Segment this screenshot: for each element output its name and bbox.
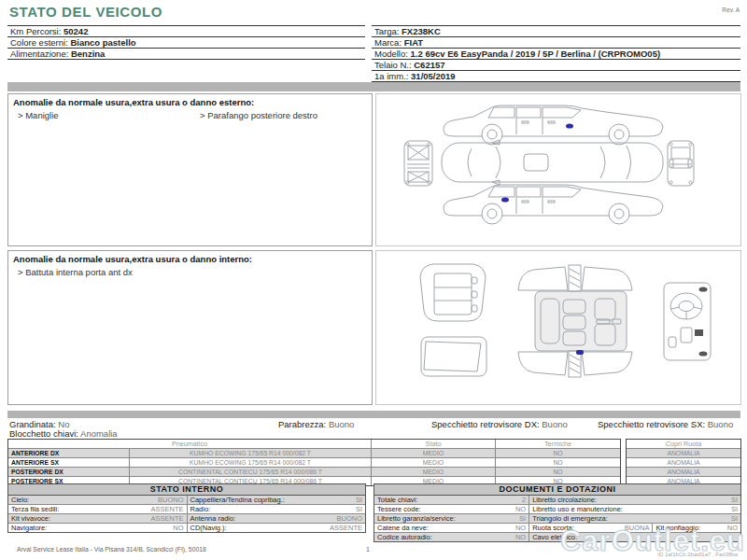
targa-value: FX238KC: [402, 26, 441, 36]
specchietto-sx-status: Specchietto retrovisore SX: Buono: [598, 419, 733, 429]
info-row-marca: Marca: FIAT: [372, 37, 740, 49]
car-front-view: [404, 141, 432, 186]
imm-value: 31/05/2019: [411, 71, 456, 81]
info-row-alimentazione: Alimentazione: Benzina: [7, 49, 365, 60]
colore-label: Colore esterni:: [10, 37, 70, 48]
info-row-modello: Modello: 1.2 69cv E6 EasyPanda / 2019 / …: [372, 49, 740, 60]
tyre-termiche: NO: [496, 449, 620, 458]
car-rear-view: [668, 141, 694, 186]
km-value: 50242: [63, 26, 88, 36]
tyres-header-pneumatico: Pneumatico: [8, 440, 372, 449]
cell-catene-neve: Catene da neve:NO: [374, 524, 529, 532]
page-title: STATO DEL VEICOLO: [9, 4, 162, 20]
info-row-targa: Targa: FX238KC: [372, 26, 740, 37]
interior-anomalies-panel: Anomalie da normale usura,extra usura o …: [7, 250, 373, 405]
blocchetto-chiavi-status: Blocchetto chiavi: Anomalia: [9, 428, 118, 439]
cell-codice-autoradio: Codice autoradio:NO: [374, 533, 529, 541]
alimentazione-label: Alimentazione:: [10, 49, 71, 59]
interior-anomaly-item: > Battuta interna porta ant dx: [18, 267, 133, 277]
targa-label: Targa:: [374, 26, 402, 36]
specchietto-sx-value: Buono: [708, 419, 733, 429]
tyre-spec: KUMHO ECOWING 175/65 R14 000/082 T: [130, 449, 372, 458]
modello-label: Modello:: [374, 49, 411, 59]
caroutlet-watermark: CarOutlet.eu: [560, 525, 745, 558]
tyre-stato: MEDIO: [372, 449, 496, 458]
blocchetto-label: Blocchetto chiavi:: [9, 428, 80, 439]
cell-totale-chiavi: Totale chiavi:2: [374, 496, 529, 504]
exterior-anomaly-item: > Parafango posteriore destro: [200, 110, 317, 120]
alimentazione-value: Benzina: [71, 49, 105, 59]
roof-lining-view: [421, 337, 486, 376]
table-row: Navigatore:NO CD(Navig.):ASSENTE: [8, 524, 365, 532]
car-side-view-right: [444, 105, 663, 145]
tyre-stato: MEDIO: [372, 458, 496, 468]
cell-radio: Radio:SI: [188, 505, 366, 513]
blocchetto-value: Anomalia: [80, 428, 118, 439]
specchietto-dx-value: Buono: [542, 419, 567, 429]
telaio-label: Telaio N.:: [374, 60, 414, 70]
car-top-view: [442, 140, 663, 185]
interior-anomalies-heading: Anomalie da normale usura,extra usura o …: [13, 254, 252, 264]
stato-interno-title: STATO INTERNO: [8, 484, 365, 496]
cabin-plan-view: [518, 265, 632, 377]
damage-marker: [501, 197, 509, 202]
footer-page-number: 1: [366, 546, 370, 553]
section-divider-bar: [7, 411, 740, 418]
tyres-table: Pneumatico Stato Termiche ANTERIORE DX K…: [7, 439, 621, 486]
parabrezza-label: Parabrezza:: [278, 419, 329, 429]
copri-ruota-table: Copri Ruota ANOMALIA ANOMALIA ANOMALIA A…: [626, 439, 741, 486]
interior-diagram-panel: [375, 250, 741, 405]
table-row: Cielo:BUONO Cappelliera/Tendina copribag…: [8, 496, 365, 505]
tyre-position: ANTERIORE SX: [8, 458, 130, 468]
revision-label: Rev. A: [722, 7, 740, 13]
car-side-view-left: [444, 185, 663, 224]
specchietto-sx-label: Specchietto retrovisore SX:: [598, 419, 708, 429]
tyre-spec: KUMHO ECOWING 175/65 R14 000/082 T: [130, 458, 372, 468]
vehicle-status-report: STATO DEL VEICOLO Rev. A Km Percorsi: 50…: [0, 0, 747, 560]
specchietto-dx-status: Specchietto retrovisore DX: Buono: [431, 419, 568, 429]
tyre-termiche: NO: [496, 468, 620, 477]
exterior-anomalies-heading: Anomalie da normale usura,extra usura o …: [13, 97, 254, 107]
tyre-stato: MEDIO: [372, 468, 496, 477]
imm-label: 1a imm.:: [374, 71, 411, 81]
parabrezza-status: Parabrezza: Buono: [278, 419, 354, 429]
tyre-termiche: NO: [496, 458, 620, 468]
info-row-telaio: Telaio N.: C62157: [372, 60, 740, 71]
cell-cd-navig: CD(Navig.):ASSENTE: [188, 524, 366, 532]
cell-libretto-garanzia: Libretto garanzia/service:SI: [374, 514, 529, 523]
cell-navigatore: Navigatore:NO: [8, 524, 188, 532]
cell-triangolo: Triangolo di emergenza:SI: [529, 514, 740, 523]
trunk-view: [420, 264, 486, 321]
tyres-header-stato: Stato: [372, 440, 496, 449]
info-row-km: Km Percorsi: 50242: [7, 26, 365, 37]
table-row: Totale chiavi:2 Libretto circolazione:SI: [374, 496, 740, 505]
footer-company-address: Arval Service Lease Italia - Via Pisana …: [17, 546, 206, 553]
tyre-spec: CONTINENTAL CONTIECU 175/65 R14 000/086 …: [130, 468, 372, 477]
cell-libretto-uso: Libretto uso e manutenzione:SI: [529, 505, 740, 513]
tyre-position: POSTERIORE DX: [8, 468, 130, 477]
copri-ruota-value: ANOMALIA: [627, 449, 740, 458]
cell-terza-fila: Terza fila sedili:ASSENTE: [8, 505, 188, 513]
cell-libretto-circolazione: Libretto circolazione:SI: [529, 496, 740, 504]
damage-marker: [566, 123, 573, 128]
marca-label: Marca:: [374, 37, 404, 48]
documenti-title: DOCUMENTI E DOTAZIONI: [374, 484, 740, 496]
table-row: Terza fila sedili:ASSENTE Radio:SI: [8, 505, 365, 514]
info-row-colore: Colore esterni: Bianco pastello: [7, 37, 365, 49]
cell-tessere-code: Tessere code:NO: [374, 505, 529, 513]
km-label: Km Percorsi:: [10, 26, 63, 36]
tyre-position: ANTERIORE DX: [8, 449, 130, 458]
cell-cappelliera: Cappelliera/Tendina copribag.:SI: [188, 496, 366, 504]
tyres-header-termiche: Termiche: [496, 440, 620, 449]
dashboard-view: [664, 283, 711, 360]
marca-value: FIAT: [404, 37, 423, 48]
telaio-value: C62157: [414, 60, 444, 70]
parabrezza-value: Buono: [329, 419, 354, 429]
cell-antenna-radio: Antenna radio:BUONO: [188, 514, 366, 523]
car-exterior-diagram: [376, 94, 739, 244]
car-interior-diagram: [376, 251, 739, 402]
exterior-anomalies-panel: Anomalie da normale usura,extra usura o …: [7, 93, 373, 246]
table-row: Libretto garanzia/service:SI Triangolo d…: [374, 514, 740, 524]
copri-ruota-value: ANOMALIA: [627, 468, 740, 477]
exterior-anomaly-item: > Maniglie: [18, 110, 59, 120]
